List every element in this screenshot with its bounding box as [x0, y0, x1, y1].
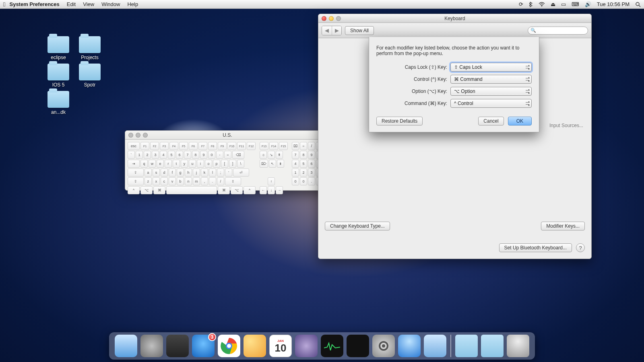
key[interactable]: ⇪: [128, 169, 144, 177]
key[interactable]: n: [185, 177, 192, 185]
zoom-icon[interactable]: [143, 133, 148, 138]
key[interactable]: j: [193, 169, 200, 177]
folder-android-sdk[interactable]: an...dk: [40, 91, 76, 115]
key[interactable]: ⏎: [233, 169, 249, 177]
key[interactable]: ;: [217, 169, 224, 177]
dock-xcode[interactable]: [424, 335, 446, 357]
key[interactable]: F6: [189, 142, 198, 150]
back-button[interactable]: ◀: [322, 26, 332, 35]
folder-projects[interactable]: Projects: [72, 36, 108, 60]
dock-terminal[interactable]: [347, 335, 369, 357]
change-keyboard-type-button[interactable]: Change Keyboard Type...: [325, 222, 390, 230]
key[interactable]: z: [144, 177, 152, 185]
dock-trash[interactable]: [507, 335, 529, 357]
dock-documents[interactable]: [481, 335, 504, 357]
close-icon[interactable]: [322, 16, 326, 21]
menu-window[interactable]: Window: [101, 1, 120, 7]
clock[interactable]: Tue 10:56 PM: [597, 1, 630, 7]
key[interactable]: 0: [292, 177, 299, 185]
key[interactable]: F3: [160, 142, 169, 150]
apple-menu-icon[interactable]: : [3, 1, 5, 8]
dock-mail[interactable]: [244, 335, 266, 357]
key[interactable]: 9: [308, 151, 315, 159]
ok-button[interactable]: OK: [508, 117, 532, 125]
key[interactable]: ': [225, 169, 232, 177]
dock-system-preferences[interactable]: [372, 335, 395, 357]
key[interactable]: 2: [144, 151, 151, 159]
key[interactable]: h: [185, 169, 192, 177]
key[interactable]: ^: [244, 186, 256, 194]
key[interactable]: s: [153, 169, 160, 177]
time-machine-icon[interactable]: ⟳: [519, 1, 523, 7]
key[interactable]: F13: [260, 142, 268, 150]
key[interactable]: b: [177, 177, 184, 185]
key[interactable]: F8: [208, 142, 217, 150]
spotlight-icon[interactable]: [635, 2, 641, 7]
key[interactable]: 4: [292, 160, 299, 168]
key[interactable]: 3: [308, 169, 315, 177]
dock-launchpad[interactable]: [140, 335, 163, 357]
minimize-icon[interactable]: [329, 16, 334, 21]
key[interactable]: o: [205, 160, 212, 168]
minimize-icon[interactable]: [136, 133, 140, 138]
dock-activity-monitor[interactable]: [321, 335, 343, 357]
key[interactable]: p: [213, 160, 220, 168]
key[interactable]: c: [161, 177, 168, 185]
key[interactable]: 0: [208, 151, 215, 159]
key[interactable]: =: [224, 151, 231, 159]
key[interactable]: 7: [184, 151, 191, 159]
prefs-titlebar[interactable]: Keyboard: [318, 14, 591, 23]
key[interactable]: F10: [227, 142, 236, 150]
key[interactable]: 6: [308, 160, 315, 168]
key[interactable]: ,: [201, 177, 208, 185]
key[interactable]: ⌧: [292, 142, 299, 150]
menu-help[interactable]: Help: [127, 1, 138, 7]
key[interactable]: l: [209, 169, 216, 177]
folder-ios5[interactable]: IOS 5: [40, 64, 76, 88]
key[interactable]: \: [237, 160, 244, 168]
key[interactable]: F5: [179, 142, 188, 150]
key[interactable]: esc: [128, 142, 140, 150]
key[interactable]: 1: [292, 169, 299, 177]
key[interactable]: 8: [300, 151, 307, 159]
key[interactable]: ⇧: [225, 177, 241, 185]
close-icon[interactable]: [128, 133, 133, 138]
key[interactable]: ⌥: [140, 186, 153, 194]
key[interactable]: F14: [269, 142, 278, 150]
dock-mission-control[interactable]: [166, 335, 189, 357]
key[interactable]: ⌘: [153, 186, 165, 194]
key[interactable]: y: [181, 160, 188, 168]
folder-spotr[interactable]: Spotr: [72, 64, 108, 88]
eject-icon[interactable]: ⏏: [551, 1, 555, 7]
key[interactable]: F11: [237, 142, 246, 150]
key[interactable]: k: [201, 169, 208, 177]
key[interactable]: 6: [176, 151, 183, 159]
app-menu[interactable]: System Preferences: [9, 1, 59, 7]
key[interactable]: ⌘: [218, 186, 230, 194]
key[interactable]: 1: [136, 151, 143, 159]
key[interactable]: 4: [160, 151, 167, 159]
modifier-keys-button[interactable]: Modifier Keys...: [541, 222, 585, 230]
key[interactable]: F2: [150, 142, 159, 150]
key[interactable]: 7: [292, 151, 299, 159]
key[interactable]: 9: [200, 151, 207, 159]
key[interactable]: u: [189, 160, 196, 168]
key[interactable]: q: [140, 160, 148, 168]
key[interactable]: ⇧: [128, 177, 144, 185]
key[interactable]: 8: [192, 151, 199, 159]
input-icon[interactable]: ⌨: [572, 1, 579, 7]
dock-eclipse[interactable]: [295, 335, 318, 357]
capslock-popup[interactable]: ⇪ Caps Lock▴▾: [450, 63, 532, 72]
key[interactable]: m: [193, 177, 200, 185]
dock-chrome[interactable]: [218, 335, 240, 357]
bluetooth-keyboard-button[interactable]: Set Up Bluetooth Keyboard...: [499, 243, 572, 252]
key[interactable]: F1: [140, 142, 149, 150]
dock-calendar[interactable]: JAN 10: [269, 335, 292, 357]
key[interactable]: 5: [300, 160, 307, 168]
key[interactable]: ]: [229, 160, 236, 168]
key[interactable]: a: [144, 169, 152, 177]
key[interactable]: ⌫: [232, 151, 244, 159]
key[interactable]: ⇥: [128, 160, 140, 168]
key[interactable]: t: [173, 160, 180, 168]
key[interactable]: /: [217, 177, 224, 185]
